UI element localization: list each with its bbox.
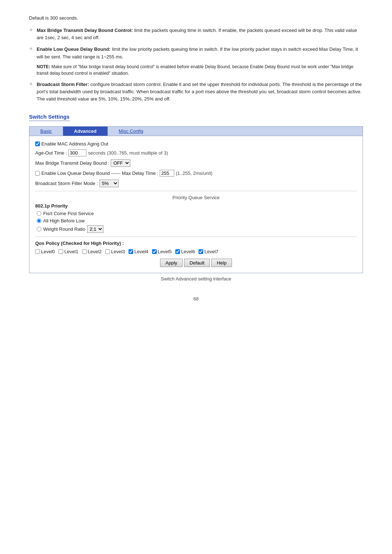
help-button[interactable]: Help — [211, 259, 232, 267]
radio-first-come[interactable]: Fisrt Come First Service — [37, 211, 357, 216]
age-out-hint: seconds (300..765, must multiple of 3) — [88, 150, 168, 156]
bullet-text-low-queue: Enable Low Queue Delay Bound: limit the … — [37, 46, 363, 76]
level1-checkbox[interactable] — [58, 249, 63, 254]
level4-checkbox[interactable] — [128, 249, 133, 254]
diamond-icon-2: ✧ — [29, 46, 33, 52]
qos-levels: Level0 Level1 Level2 Level — [35, 249, 357, 254]
default-text: Default is 300 seconds. — [29, 15, 363, 22]
qos-level0[interactable]: Level0 — [35, 249, 55, 254]
radio-all-high[interactable]: All High Before Low — [37, 218, 357, 223]
mac-aging-row: Enable MAC Address Aging Out — [35, 141, 357, 147]
note-bold: NOTE: — [37, 64, 50, 69]
bullet-item-broadcast: ✧ Broadcast Storm Filter: configure broa… — [29, 81, 363, 103]
apply-button[interactable]: Apply — [160, 259, 183, 267]
settings-panel: Enable MAC Address Aging Out Age-Out Tim… — [29, 136, 363, 273]
tab-bar: Basic Advanced Misc Config — [29, 126, 363, 136]
bullet-text-max-bridge: Max Bridge Transmit Delay Bound Control:… — [37, 27, 363, 41]
low-queue-checkbox[interactable] — [35, 171, 40, 176]
bullet-bold-2: Enable Low Queue Delay Bound: — [37, 46, 111, 52]
low-queue-row: Enable Low Queue Delay Bound ------ Max … — [35, 170, 357, 177]
pq-header: Priority Queue Service — [35, 195, 357, 200]
priority-title: 802.1p Priority — [35, 203, 357, 209]
max-delay-input[interactable] — [160, 170, 174, 177]
priority-section: 802.1p Priority Fisrt Come First Service… — [35, 203, 357, 233]
switch-settings-title: Switch Settings — [29, 114, 70, 121]
level7-checkbox[interactable] — [199, 249, 203, 254]
broadcast-select[interactable]: 5% 10% 15% 20% 25% off — [99, 180, 119, 187]
weight-round-select[interactable]: 2:1 4:1 8:1 — [87, 225, 103, 233]
radio-first-come-input[interactable] — [37, 211, 41, 216]
qos-level2[interactable]: Level2 — [82, 249, 102, 254]
qos-level7[interactable]: Level7 — [199, 249, 218, 254]
diamond-icon-1: ✧ — [29, 27, 33, 33]
radio-weight-round-input[interactable] — [37, 227, 41, 231]
age-out-input[interactable] — [68, 149, 86, 156]
bullet-bold-3: Broadcast Storm Filter: — [37, 82, 89, 87]
radio-weight-round[interactable]: Weight Round Ratio 2:1 4:1 8:1 — [37, 225, 357, 233]
caption: Switch Advanced setting interface — [29, 276, 363, 282]
radio-all-high-input[interactable] — [37, 218, 41, 223]
note-block: NOTE: Make sure of "Max bridge transit d… — [37, 63, 363, 77]
qos-level6[interactable]: Level6 — [175, 249, 195, 254]
age-out-label: Age-Out Time : — [35, 150, 67, 156]
tab-misc-config[interactable]: Misc Config — [108, 127, 154, 136]
max-bridge-select[interactable]: OFF 1sec 2sec 4sec — [111, 159, 130, 167]
qos-level3[interactable]: Level3 — [105, 249, 125, 254]
radio-group: Fisrt Come First Service All High Before… — [37, 211, 357, 233]
tab-basic[interactable]: Basic — [29, 127, 63, 136]
default-button[interactable]: Default — [184, 259, 210, 267]
low-queue-label[interactable]: Enable Low Queue Delay Bound ------ Max … — [35, 171, 158, 176]
qos-section: Qos Policy (Checked for High Priority) :… — [35, 237, 357, 267]
max-bridge-row: Max Bridge Transmit Delay Bound : OFF 1s… — [35, 159, 357, 167]
broadcast-row: Broadcast Storm Filter Mode : 5% 10% 15%… — [35, 180, 357, 187]
level3-checkbox[interactable] — [105, 249, 110, 254]
content-area: Default is 300 seconds. ✧ Max Bridge Tra… — [29, 15, 363, 301]
max-delay-hint: (1..255, 2ms/unit) — [176, 171, 212, 176]
diamond-icon-3: ✧ — [29, 81, 33, 87]
bullet-item-low-queue: ✧ Enable Low Queue Delay Bound: limit th… — [29, 46, 363, 76]
bullet-text-broadcast: Broadcast Storm Filter: configure broadc… — [37, 81, 363, 103]
mac-aging-checkbox[interactable] — [35, 141, 40, 146]
tab-advanced[interactable]: Advanced — [63, 127, 108, 136]
level6-checkbox[interactable] — [175, 249, 180, 254]
bullet-bold-1: Max Bridge Transmit Delay Bound Control: — [37, 28, 133, 33]
qos-level5[interactable]: Level5 — [152, 249, 172, 254]
level5-checkbox[interactable] — [152, 249, 157, 254]
qos-level4[interactable]: Level4 — [128, 249, 148, 254]
level2-checkbox[interactable] — [82, 249, 87, 254]
page-number: 68 — [29, 296, 363, 301]
bullet-item-max-bridge: ✧ Max Bridge Transmit Delay Bound Contro… — [29, 27, 363, 41]
divider-1 — [35, 191, 357, 191]
broadcast-label: Broadcast Storm Filter Mode : — [35, 181, 98, 186]
qos-level1[interactable]: Level1 — [58, 249, 78, 254]
qos-title: Qos Policy (Checked for High Priority) : — [35, 241, 357, 246]
note-text: Make sure of "Max bridge transit delay b… — [37, 64, 354, 76]
max-bridge-label: Max Bridge Transmit Delay Bound : — [35, 160, 109, 166]
mac-aging-label[interactable]: Enable MAC Address Aging Out — [35, 141, 108, 147]
bullet-section: ✧ Max Bridge Transmit Delay Bound Contro… — [29, 27, 363, 103]
switch-settings-section: Switch Settings Basic Advanced Misc Conf… — [29, 114, 363, 282]
button-row: Apply Default Help — [35, 259, 357, 267]
age-out-row: Age-Out Time : seconds (300..765, must m… — [35, 149, 357, 156]
level0-checkbox[interactable] — [35, 249, 40, 254]
